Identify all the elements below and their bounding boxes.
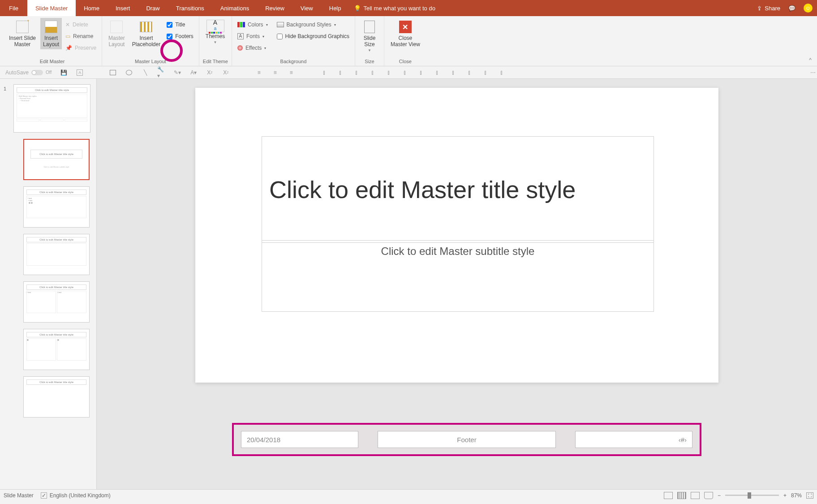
fonts-button[interactable]: A Fonts ▾ (236, 31, 270, 41)
align-objects-button-5[interactable]: ⫿ (385, 69, 393, 77)
insert-slide-master-label: Insert SlideMaster (9, 35, 36, 47)
preserve-button[interactable]: 📌 Preserve (64, 43, 98, 53)
rectangle-shape-button[interactable] (109, 69, 117, 77)
background-styles-icon (277, 22, 284, 27)
align-objects-button-10[interactable]: ⫿ (465, 69, 473, 77)
align-left-button[interactable]: ≡ (255, 69, 263, 77)
zoom-in-button[interactable]: + (783, 492, 787, 499)
align-right-button[interactable]: ≡ (287, 69, 295, 77)
align-objects-button-4[interactable]: ⫿ (369, 69, 377, 77)
fit-to-window-button[interactable]: ⛶ (806, 492, 813, 499)
align-objects-button-2[interactable]: ⫿ (336, 69, 344, 77)
rename-button[interactable]: ▭ Rename (64, 31, 98, 41)
layout-thumbnail-5[interactable]: Click to edit Master title style ▦▦ (23, 329, 90, 370)
tab-insert[interactable]: Insert (108, 0, 138, 16)
insert-slide-master-button[interactable]: Insert SlideMaster (6, 18, 39, 49)
title-placeholder[interactable]: Click to edit Master title style (262, 136, 654, 243)
feedback-icon[interactable]: 💬 (788, 5, 796, 12)
colors-button[interactable]: Colors ▾ (236, 20, 270, 30)
insert-layout-button[interactable]: InsertLayout (40, 18, 62, 49)
distribute-h-button[interactable]: ⫿ (417, 69, 425, 77)
slide-number-placeholder-text: ‹#› (679, 436, 687, 444)
align-objects-button-6[interactable]: ⫿ (401, 69, 409, 77)
reading-view-button[interactable] (691, 492, 700, 499)
distribute-v-button[interactable]: ⫿ (433, 69, 441, 77)
language-button[interactable]: ✓ English (United Kingdom) (41, 492, 111, 499)
delete-button[interactable]: ✕ Delete (64, 20, 98, 30)
tab-review[interactable]: Review (257, 0, 292, 16)
align-objects-button-12[interactable]: ⫿ (498, 69, 506, 77)
smiley-icon[interactable]: ☺ (804, 4, 813, 13)
effects-button[interactable]: Effects ▾ (236, 43, 270, 53)
layout-thumbnail-1[interactable]: Click to edit Master title style Click t… (23, 139, 90, 180)
superscript-button[interactable]: X2 (222, 69, 230, 77)
subscript-button[interactable]: X2 (206, 69, 214, 77)
tell-me-search[interactable]: 💡 Tell me what you want to do (354, 5, 435, 12)
tab-draw[interactable]: Draw (138, 0, 168, 16)
align-center-button[interactable]: ≡ (271, 69, 279, 77)
tab-file[interactable]: File (0, 0, 27, 16)
tab-animations[interactable]: Animations (212, 0, 257, 16)
footers-checkbox[interactable]: Footers (165, 31, 195, 41)
font-color-button[interactable]: A▾ (189, 69, 198, 77)
toggle-off-icon (31, 70, 43, 75)
background-styles-button[interactable]: Background Styles ▾ (275, 20, 351, 30)
hide-background-graphics-checkbox[interactable]: Hide Background Graphics (275, 31, 351, 41)
align-objects-button[interactable]: ⫿ (320, 69, 328, 77)
align-objects-button-11[interactable]: ⫿ (482, 69, 490, 77)
status-mode[interactable]: Slide Master (4, 492, 34, 499)
tab-transitions[interactable]: Transitions (168, 0, 212, 16)
tab-home[interactable]: Home (76, 0, 108, 16)
slide-size-button[interactable]: SlideSize ▼ (359, 18, 380, 54)
tab-view[interactable]: View (292, 0, 321, 16)
title-checkbox[interactable]: Title (165, 20, 195, 30)
align-objects-button-3[interactable]: ⫿ (353, 69, 361, 77)
save-button[interactable]: 💾 (60, 69, 68, 77)
zoom-slider-thumb[interactable] (748, 492, 751, 499)
slideshow-view-button[interactable] (704, 492, 713, 499)
slide-canvas[interactable]: Click to edit Master title style Click t… (195, 88, 718, 383)
qat-textbox-icon[interactable]: A (76, 69, 84, 77)
slide-number-placeholder[interactable]: ‹#› (575, 431, 692, 448)
footer-placeholder-text: Footer (457, 436, 476, 444)
hide-bg-checkbox-input[interactable] (277, 34, 283, 39)
line-shape-button[interactable]: ╲ (141, 69, 149, 77)
slide-editor[interactable]: Click to edit Master title style Click t… (97, 79, 817, 489)
share-label: Share (765, 5, 780, 12)
slide-master-thumbnail[interactable]: Click to edit Master title style • Edit … (13, 84, 90, 133)
share-button[interactable]: ⇪ Share (757, 5, 780, 12)
quick-access-toolbar: AutoSave Off 💾 A ╲ 🔧▾ ✎▾ A▾ X2 X2 ≡ ≡ ≡ … (0, 66, 817, 79)
group-edit-master-label: Edit Master (6, 58, 98, 65)
qat-more-button[interactable]: ⋯ (809, 69, 817, 77)
footer-placeholder[interactable]: Footer (378, 431, 556, 448)
tab-help[interactable]: Help (321, 0, 349, 16)
layout-thumbnail-6[interactable]: Click to edit Master title style (23, 376, 90, 418)
zoom-out-button[interactable]: − (718, 492, 721, 499)
subtitle-placeholder[interactable]: Click to edit Master subtitle style (262, 240, 654, 312)
collapse-ribbon-button[interactable]: ^ (809, 57, 812, 63)
themes-button[interactable]: Aa Themes ▼ (203, 18, 228, 46)
close-master-view-button[interactable]: ✕ CloseMaster View (388, 18, 423, 49)
fonts-label: Fonts (246, 33, 260, 39)
title-checkbox-input[interactable] (167, 22, 172, 28)
zoom-slider[interactable] (725, 495, 779, 496)
zoom-level[interactable]: 87% (791, 492, 802, 499)
tab-slide-master[interactable]: Slide Master (27, 0, 76, 16)
align-objects-button-9[interactable]: ⫿ (449, 69, 457, 77)
footers-checkbox-input[interactable] (167, 34, 172, 39)
sorter-view-button[interactable] (677, 492, 686, 499)
insert-layout-icon (45, 21, 57, 33)
layout-thumbnail-4[interactable]: Click to edit Master title style • text•… (23, 281, 90, 323)
thumbnail-panel[interactable]: 1 Click to edit Master title style • Edi… (0, 79, 97, 489)
insert-placeholder-button[interactable]: InsertPlaceholder (129, 18, 163, 49)
rename-icon: ▭ (65, 33, 70, 39)
master-layout-button[interactable]: MasterLayout (106, 18, 128, 49)
layout-thumbnail-3[interactable]: Click to edit Master title style (23, 234, 90, 275)
layout-thumbnail-2[interactable]: Click to edit Master title style • text … (23, 186, 90, 228)
date-placeholder[interactable]: 20/04/2018 (241, 431, 358, 448)
oval-shape-button[interactable] (125, 69, 133, 77)
autosave-toggle[interactable]: AutoSave Off (5, 69, 52, 76)
normal-view-button[interactable] (664, 492, 673, 499)
outline-button[interactable]: ✎▾ (173, 69, 181, 77)
fill-color-button[interactable]: 🔧▾ (157, 69, 165, 77)
